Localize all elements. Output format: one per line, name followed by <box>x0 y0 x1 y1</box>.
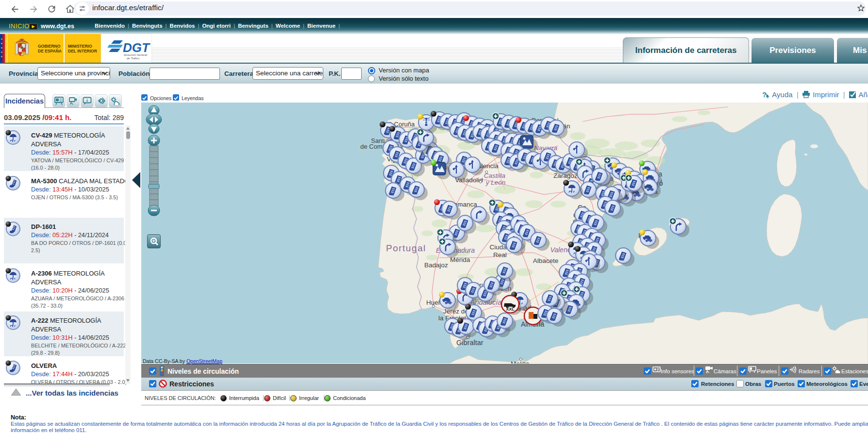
svg-text:Albacete: Albacete <box>533 257 559 264</box>
svg-text:Real: Real <box>493 251 507 259</box>
svg-text:de Tráfico: de Tráfico <box>127 57 140 60</box>
svg-text:XXL: XXL <box>506 307 515 312</box>
svg-text:Dirección General: Dirección General <box>124 53 148 56</box>
svg-text:?: ? <box>762 91 767 99</box>
svg-text:y León: y León <box>485 179 506 186</box>
svg-text:Melilla: Melilla <box>511 360 530 364</box>
svg-text:Portugal: Portugal <box>386 243 426 253</box>
svg-text:Badajoz: Badajoz <box>424 261 448 269</box>
svg-text:Gibraltar: Gibraltar <box>456 339 484 347</box>
svg-text:DGT: DGT <box>123 40 150 55</box>
